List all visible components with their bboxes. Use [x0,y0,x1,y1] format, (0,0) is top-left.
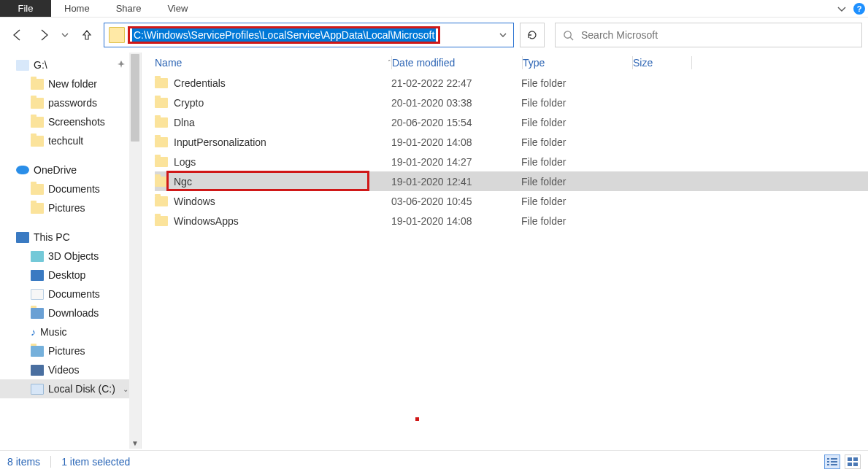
file-name: Credentials [174,77,226,89]
home-tab[interactable]: Home [51,0,103,17]
file-row[interactable]: Credentials21-02-2022 22:47File folder [155,73,868,93]
ribbon: File Home Share View ? [0,0,868,18]
file-date: 20-01-2020 03:38 [391,97,521,109]
address-dropdown-chevron-icon[interactable] [493,31,513,39]
column-headers: Name ˄ Date modified Type Size [142,53,868,73]
column-header-label: Type [523,57,545,69]
file-date: 21-02-2022 22:47 [391,77,521,89]
folder-icon [31,117,44,128]
folder-icon [155,196,168,206]
music-icon: ♪ [31,326,36,338]
annotation-dot [415,417,419,421]
onedrive-icon [16,166,29,174]
file-type: File folder [521,156,631,168]
sidebar-item-documents[interactable]: Documents [0,285,130,303]
up-button[interactable] [76,24,98,46]
file-name: Ngc [174,176,192,187]
sidebar-item-passwords[interactable]: passwords [0,93,130,112]
file-menu[interactable]: File [0,0,51,17]
file-row[interactable]: Dlna20-06-2020 15:54File folder [155,112,868,132]
back-button[interactable] [7,25,28,45]
file-row[interactable]: WindowsApps19-01-2020 14:08File folder [155,211,868,231]
sidebar-item-label: Videos [48,364,80,376]
sidebar-item-techcult[interactable]: techcult [0,131,130,150]
sidebar-item-3d-objects[interactable]: 3D Objects [0,247,130,266]
sidebar-item-onedrive-documents[interactable]: Documents [0,179,130,198]
column-header-type[interactable]: Type [523,57,632,69]
folder-icon [31,136,44,147]
sidebar-item-onedrive[interactable]: OneDrive [0,160,130,179]
folder-icon [155,117,168,128]
file-row[interactable]: Logs19-01-2020 14:27File folder [155,152,868,171]
file-name: Crypto [174,97,204,109]
sidebar-item-label: G:\ [34,59,47,71]
expand-ribbon-icon[interactable] [833,0,850,17]
sidebar-item-label: Music [40,326,67,338]
svg-rect-2 [827,458,829,460]
sidebar-scrollbar[interactable]: ▲ ▼ [129,53,141,449]
search-box[interactable] [555,23,862,47]
file-name: WindowsApps [174,215,239,227]
file-type: File folder [521,215,631,227]
sidebar-item-screenshots[interactable]: Screenshots [0,112,130,131]
sidebar-item-downloads[interactable]: Downloads [0,303,130,322]
file-date: 20-06-2020 15:54 [391,117,521,128]
file-date: 19-01-2020 12:41 [391,176,521,187]
share-tab[interactable]: Share [103,0,155,17]
sidebar-item-label: Pictures [48,202,85,214]
sidebar-item-videos[interactable]: Videos [0,360,130,379]
column-header-label: Name [155,57,182,69]
address-path[interactable]: C:\Windows\ServiceProfiles\LocalService\… [132,28,436,42]
sidebar-item-local-disk-c[interactable]: Local Disk (C:) ⌄ [0,379,130,398]
sidebar-item-label: 3D Objects [48,250,99,262]
details-view-button[interactable] [824,454,840,469]
search-input[interactable] [581,29,854,41]
file-name: Dlna [174,117,195,128]
file-type: File folder [521,196,631,207]
status-item-count: 8 items [7,456,40,468]
sidebar-item-music[interactable]: ♪ Music [0,322,130,341]
scroll-down-icon[interactable]: ▼ [129,438,141,449]
sidebar-item-onedrive-pictures[interactable]: Pictures [0,198,130,217]
history-dropdown[interactable] [60,25,70,45]
refresh-button[interactable] [520,23,545,47]
address-bar[interactable]: C:\Windows\ServiceProfiles\LocalService\… [104,23,514,47]
column-header-size[interactable]: Size [633,57,691,69]
folder-icon [155,177,168,187]
status-selection: 1 item selected [61,456,130,468]
sidebar-item-label: Local Disk (C:) [48,383,115,395]
file-name: Logs [174,156,196,168]
column-header-name[interactable]: Name ˄ [155,57,391,69]
sidebar-item-new-folder[interactable]: New folder [0,74,130,93]
pictures-icon [31,346,44,357]
svg-rect-6 [831,461,837,463]
sidebar-item-pictures[interactable]: Pictures [0,341,130,360]
file-type: File folder [521,77,631,89]
file-date: 19-01-2020 14:27 [391,156,521,168]
help-button[interactable]: ? [850,0,868,18]
file-row[interactable]: Windows03-06-2020 10:45File folder [155,191,868,211]
file-row[interactable]: Crypto20-01-2020 03:38File folder [155,93,868,112]
sidebar-item-label: Documents [48,288,100,300]
sidebar-item-desktop[interactable]: Desktop [0,266,130,285]
sidebar-item-label: Desktop [48,269,85,281]
forward-button[interactable] [34,25,54,45]
sidebar-item-label: New folder [48,78,97,90]
file-name: Windows [174,196,215,207]
column-header-date[interactable]: Date modified [392,57,522,69]
thumbnails-view-button[interactable] [845,454,861,469]
sidebar-item-g-drive[interactable]: G:\ [0,55,130,74]
file-date: 03-06-2020 10:45 [391,196,521,207]
file-row[interactable]: Ngc19-01-2020 12:41File folder [155,171,868,191]
folder-icon [31,98,44,109]
view-tab[interactable]: View [154,0,201,17]
folder-icon [155,157,168,167]
sidebar-item-label: Pictures [48,345,85,357]
sidebar-item-this-pc[interactable]: This PC [0,228,130,247]
svg-rect-10 [848,463,852,466]
svg-rect-8 [848,457,852,461]
folder-icon [31,203,44,214]
file-row[interactable]: InputPersonalization19-01-2020 14:08File… [155,132,868,152]
sidebar-item-label: techcult [48,135,83,147]
scrollbar-thumb[interactable] [131,54,139,142]
